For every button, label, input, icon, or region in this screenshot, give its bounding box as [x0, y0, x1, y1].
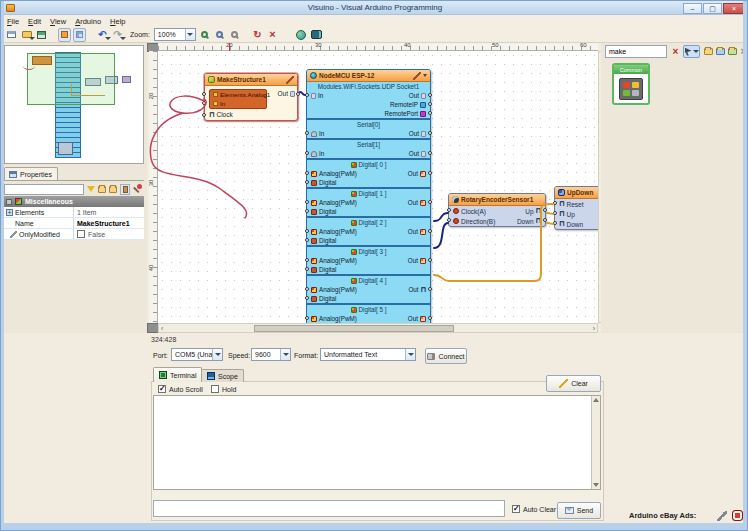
pin-connector[interactable]	[428, 229, 432, 233]
pin-connector[interactable]	[305, 200, 309, 204]
pin-up[interactable]: ⊓ Up	[559, 211, 575, 218]
properties-group-header[interactable]: Miscellaneous	[4, 196, 144, 207]
wrench-icon[interactable]	[413, 72, 421, 80]
pin-remoteport[interactable]: RemotePort	[384, 110, 426, 117]
pin-out[interactable]: Out	[408, 257, 426, 264]
pin-out[interactable]: Out	[408, 228, 426, 235]
toolbox-options-button[interactable]: ×	[737, 45, 748, 58]
menu-view[interactable]: View	[50, 17, 66, 26]
property-row[interactable]: OnlyModified False	[4, 229, 144, 240]
auto-scroll-option[interactable]: Auto Scroll	[158, 385, 203, 393]
pin-connector[interactable]	[428, 93, 432, 97]
properties-filter-input[interactable]	[4, 184, 84, 195]
pin-connector[interactable]	[305, 151, 309, 155]
pin-connector[interactable]	[428, 151, 432, 155]
wrench-icon[interactable]	[286, 76, 294, 84]
pin-digital[interactable]: Digital	[311, 237, 337, 244]
pin-connector[interactable]	[428, 131, 432, 135]
pin-analog-pwm-[interactable]: Analog(PwM)	[311, 257, 357, 264]
pin-digital[interactable]: Digital	[311, 208, 337, 215]
scroll-right-icon[interactable]: ›	[593, 325, 595, 332]
open-button[interactable]	[20, 28, 33, 42]
toggle-grid-button[interactable]	[73, 28, 86, 42]
arrange-mode-button[interactable]	[683, 45, 700, 58]
pin-clock[interactable]: ⊓ Clock	[209, 111, 233, 118]
scroll-left-icon[interactable]: ‹	[161, 325, 163, 332]
auto-clear-option[interactable]: Auto Clear	[512, 505, 556, 513]
property-value[interactable]: MakeStructure1	[74, 220, 144, 227]
terminal-scrollbar[interactable]	[591, 396, 600, 489]
minimap-viewport[interactable]	[27, 53, 115, 105]
pin-in[interactable]: In	[311, 92, 323, 99]
pin-out[interactable]: Out	[409, 92, 426, 99]
pin-connector[interactable]	[202, 101, 206, 105]
pin-connector[interactable]	[305, 131, 309, 135]
scroll-down-icon[interactable]	[593, 483, 599, 487]
close-button[interactable]: ×	[723, 3, 745, 14]
pin-connector[interactable]	[305, 93, 309, 97]
pin-connector[interactable]	[305, 238, 309, 242]
block-header[interactable]: NodeMCU ESP-12	[307, 70, 430, 82]
auto-scroll-checkbox[interactable]	[158, 385, 166, 393]
undo-button[interactable]: ↶	[96, 28, 109, 42]
pin-out[interactable]: Out⊓	[408, 286, 426, 293]
connect-button[interactable]: Connect	[425, 348, 467, 364]
pin-connector[interactable]	[553, 211, 557, 215]
elements-group[interactable]: Elements.Analog1 In	[209, 89, 267, 109]
canvas-horizontal-scrollbar[interactable]: ‹ ›	[158, 323, 598, 333]
pin-reset[interactable]: ⊓ Reset	[559, 201, 583, 208]
pin-connector[interactable]	[447, 208, 451, 212]
menu-edit[interactable]: Edit	[28, 17, 41, 26]
zoom-select[interactable]: 100%	[154, 28, 196, 41]
hold-option[interactable]: Hold	[211, 385, 236, 393]
pin-analog-pwm-[interactable]: Analog(PwM)	[311, 315, 357, 322]
pin-out[interactable]: Out	[278, 90, 295, 97]
pin-down[interactable]: Down ⊓	[517, 218, 541, 225]
property-row[interactable]: Name MakeStructure1	[4, 218, 144, 229]
pin-in[interactable]: In	[311, 130, 324, 137]
pin-connector[interactable]	[428, 287, 432, 291]
pin-connector[interactable]	[428, 258, 432, 262]
pin-out[interactable]: Out	[408, 199, 426, 206]
pin-connector[interactable]	[553, 201, 557, 205]
hold-checkbox[interactable]	[211, 385, 219, 393]
web-button[interactable]	[295, 28, 308, 42]
chevron-down-icon[interactable]	[423, 74, 427, 77]
onlymodified-checkbox[interactable]	[77, 230, 85, 238]
pin-connector[interactable]	[428, 102, 432, 106]
pin-connector[interactable]	[305, 171, 309, 175]
refresh-button[interactable]: ↻	[251, 28, 264, 42]
pin-digital[interactable]: Digital	[311, 179, 337, 186]
new-button[interactable]	[5, 28, 18, 42]
pin-connector[interactable]	[202, 92, 206, 96]
menu-file[interactable]: File	[7, 17, 19, 26]
pin-connector[interactable]	[428, 316, 432, 320]
pin-analog-pwm-[interactable]: Analog(PwM)	[311, 228, 357, 235]
save-button[interactable]	[35, 28, 48, 42]
component-makestructure-card[interactable]: Common	[612, 63, 650, 105]
pin-in[interactable]: In	[311, 150, 324, 157]
format-select[interactable]: Unformatted Text	[320, 348, 416, 361]
pin-up[interactable]: Up ⊓	[525, 208, 541, 215]
auto-clear-checkbox[interactable]	[512, 505, 520, 513]
pin-out[interactable]: Out	[408, 315, 426, 322]
pin-remoteip[interactable]: RemoteIP	[390, 101, 426, 108]
pin-connector[interactable]	[305, 316, 309, 320]
send-message-input[interactable]	[153, 500, 505, 517]
pin-connector[interactable]	[305, 229, 309, 233]
terminal-output[interactable]	[153, 395, 601, 490]
tab-terminal[interactable]: Terminal	[153, 367, 202, 382]
view-mode-button[interactable]	[120, 184, 130, 195]
zoom-out-button[interactable]	[213, 28, 226, 42]
clear-button[interactable]: Clear	[546, 375, 601, 392]
design-canvas[interactable]: MakeStructure1 Elements.Analog1 In	[158, 51, 598, 323]
pin-connector[interactable]	[305, 296, 309, 300]
rotary-encoder-block[interactable]: RotaryEncoderSensor1 Clock(A) Up ⊓	[448, 193, 546, 227]
pin-connector[interactable]	[305, 258, 309, 262]
block-header[interactable]: MakeStructure1	[205, 74, 297, 86]
tab-properties[interactable]: Properties	[4, 167, 58, 180]
pin-analog-pwm-[interactable]: Analog(PwM)	[311, 199, 357, 206]
expand-all-icon[interactable]	[98, 186, 106, 193]
pin-connector[interactable]	[543, 208, 547, 212]
scrollbar-thumb[interactable]	[254, 325, 454, 332]
